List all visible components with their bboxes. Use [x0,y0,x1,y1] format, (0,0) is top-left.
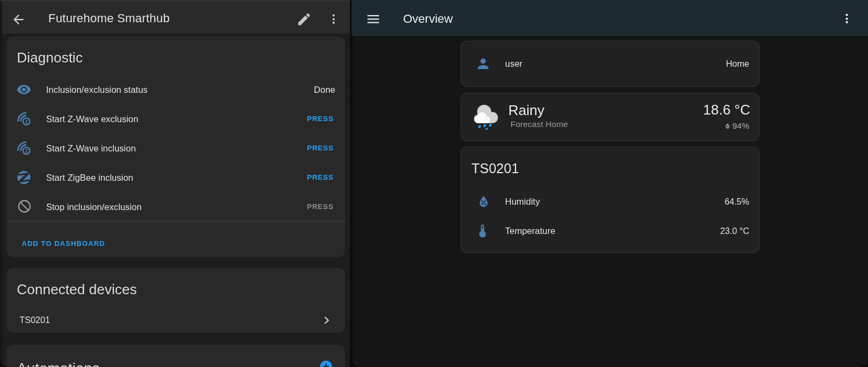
svg-text:Z: Z [25,119,28,124]
svg-text:Z: Z [25,148,28,154]
